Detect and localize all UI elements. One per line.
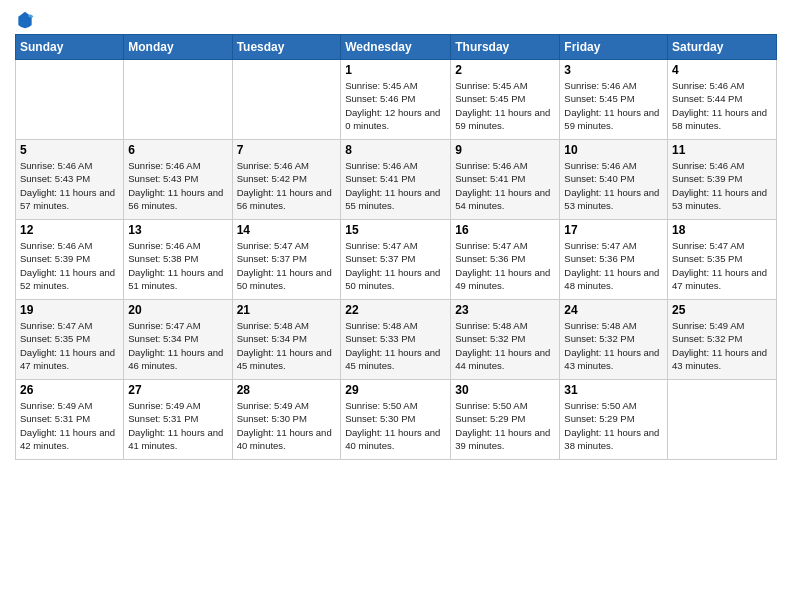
calendar-cell: 1Sunrise: 5:45 AM Sunset: 5:46 PM Daylig… [341,60,451,140]
calendar-cell [232,60,341,140]
day-number: 1 [345,63,446,77]
calendar-cell: 23Sunrise: 5:48 AM Sunset: 5:32 PM Dayli… [451,300,560,380]
day-number: 8 [345,143,446,157]
calendar-cell: 6Sunrise: 5:46 AM Sunset: 5:43 PM Daylig… [124,140,232,220]
calendar-cell: 27Sunrise: 5:49 AM Sunset: 5:31 PM Dayli… [124,380,232,460]
day-info: Sunrise: 5:47 AM Sunset: 5:36 PM Dayligh… [455,239,555,292]
day-number: 31 [564,383,663,397]
calendar-cell [124,60,232,140]
calendar-cell: 29Sunrise: 5:50 AM Sunset: 5:30 PM Dayli… [341,380,451,460]
calendar-cell: 18Sunrise: 5:47 AM Sunset: 5:35 PM Dayli… [668,220,777,300]
calendar-cell: 26Sunrise: 5:49 AM Sunset: 5:31 PM Dayli… [16,380,124,460]
day-info: Sunrise: 5:47 AM Sunset: 5:37 PM Dayligh… [345,239,446,292]
calendar-cell: 2Sunrise: 5:45 AM Sunset: 5:45 PM Daylig… [451,60,560,140]
calendar-cell: 22Sunrise: 5:48 AM Sunset: 5:33 PM Dayli… [341,300,451,380]
day-number: 16 [455,223,555,237]
day-number: 6 [128,143,227,157]
calendar-week-1: 1Sunrise: 5:45 AM Sunset: 5:46 PM Daylig… [16,60,777,140]
day-number: 21 [237,303,337,317]
calendar-cell: 5Sunrise: 5:46 AM Sunset: 5:43 PM Daylig… [16,140,124,220]
calendar-header: SundayMondayTuesdayWednesdayThursdayFrid… [16,35,777,60]
calendar-cell: 25Sunrise: 5:49 AM Sunset: 5:32 PM Dayli… [668,300,777,380]
calendar-cell: 13Sunrise: 5:46 AM Sunset: 5:38 PM Dayli… [124,220,232,300]
weekday-header-wednesday: Wednesday [341,35,451,60]
weekday-header-friday: Friday [560,35,668,60]
header [15,10,777,30]
day-info: Sunrise: 5:45 AM Sunset: 5:46 PM Dayligh… [345,79,446,132]
day-info: Sunrise: 5:50 AM Sunset: 5:30 PM Dayligh… [345,399,446,452]
calendar-cell: 3Sunrise: 5:46 AM Sunset: 5:45 PM Daylig… [560,60,668,140]
calendar-cell: 11Sunrise: 5:46 AM Sunset: 5:39 PM Dayli… [668,140,777,220]
calendar-cell [668,380,777,460]
calendar-body: 1Sunrise: 5:45 AM Sunset: 5:46 PM Daylig… [16,60,777,460]
day-info: Sunrise: 5:46 AM Sunset: 5:43 PM Dayligh… [128,159,227,212]
calendar-week-3: 12Sunrise: 5:46 AM Sunset: 5:39 PM Dayli… [16,220,777,300]
day-info: Sunrise: 5:49 AM Sunset: 5:30 PM Dayligh… [237,399,337,452]
calendar-cell: 7Sunrise: 5:46 AM Sunset: 5:42 PM Daylig… [232,140,341,220]
day-number: 2 [455,63,555,77]
day-info: Sunrise: 5:47 AM Sunset: 5:36 PM Dayligh… [564,239,663,292]
day-number: 22 [345,303,446,317]
day-number: 29 [345,383,446,397]
calendar-week-5: 26Sunrise: 5:49 AM Sunset: 5:31 PM Dayli… [16,380,777,460]
day-info: Sunrise: 5:50 AM Sunset: 5:29 PM Dayligh… [564,399,663,452]
calendar-cell: 17Sunrise: 5:47 AM Sunset: 5:36 PM Dayli… [560,220,668,300]
day-number: 20 [128,303,227,317]
day-number: 25 [672,303,772,317]
day-number: 9 [455,143,555,157]
day-number: 5 [20,143,119,157]
logo-icon [15,10,35,30]
day-info: Sunrise: 5:46 AM Sunset: 5:42 PM Dayligh… [237,159,337,212]
day-info: Sunrise: 5:45 AM Sunset: 5:45 PM Dayligh… [455,79,555,132]
day-number: 18 [672,223,772,237]
logo [15,10,37,30]
day-number: 19 [20,303,119,317]
calendar-cell: 8Sunrise: 5:46 AM Sunset: 5:41 PM Daylig… [341,140,451,220]
calendar-cell: 20Sunrise: 5:47 AM Sunset: 5:34 PM Dayli… [124,300,232,380]
day-info: Sunrise: 5:49 AM Sunset: 5:31 PM Dayligh… [20,399,119,452]
calendar-cell [16,60,124,140]
day-info: Sunrise: 5:46 AM Sunset: 5:41 PM Dayligh… [345,159,446,212]
day-info: Sunrise: 5:46 AM Sunset: 5:38 PM Dayligh… [128,239,227,292]
calendar-cell: 9Sunrise: 5:46 AM Sunset: 5:41 PM Daylig… [451,140,560,220]
calendar-cell: 16Sunrise: 5:47 AM Sunset: 5:36 PM Dayli… [451,220,560,300]
calendar-cell: 12Sunrise: 5:46 AM Sunset: 5:39 PM Dayli… [16,220,124,300]
day-number: 30 [455,383,555,397]
day-info: Sunrise: 5:48 AM Sunset: 5:32 PM Dayligh… [455,319,555,372]
calendar-cell: 15Sunrise: 5:47 AM Sunset: 5:37 PM Dayli… [341,220,451,300]
day-info: Sunrise: 5:48 AM Sunset: 5:33 PM Dayligh… [345,319,446,372]
calendar-week-2: 5Sunrise: 5:46 AM Sunset: 5:43 PM Daylig… [16,140,777,220]
day-number: 17 [564,223,663,237]
weekday-header-thursday: Thursday [451,35,560,60]
day-info: Sunrise: 5:47 AM Sunset: 5:35 PM Dayligh… [672,239,772,292]
day-info: Sunrise: 5:46 AM Sunset: 5:39 PM Dayligh… [20,239,119,292]
weekday-header-row: SundayMondayTuesdayWednesdayThursdayFrid… [16,35,777,60]
calendar-cell: 14Sunrise: 5:47 AM Sunset: 5:37 PM Dayli… [232,220,341,300]
day-info: Sunrise: 5:50 AM Sunset: 5:29 PM Dayligh… [455,399,555,452]
weekday-header-tuesday: Tuesday [232,35,341,60]
day-number: 14 [237,223,337,237]
day-number: 28 [237,383,337,397]
day-number: 10 [564,143,663,157]
calendar-cell: 28Sunrise: 5:49 AM Sunset: 5:30 PM Dayli… [232,380,341,460]
day-info: Sunrise: 5:46 AM Sunset: 5:39 PM Dayligh… [672,159,772,212]
weekday-header-sunday: Sunday [16,35,124,60]
calendar-cell: 24Sunrise: 5:48 AM Sunset: 5:32 PM Dayli… [560,300,668,380]
calendar-cell: 19Sunrise: 5:47 AM Sunset: 5:35 PM Dayli… [16,300,124,380]
calendar-cell: 10Sunrise: 5:46 AM Sunset: 5:40 PM Dayli… [560,140,668,220]
day-number: 13 [128,223,227,237]
day-number: 7 [237,143,337,157]
calendar-cell: 21Sunrise: 5:48 AM Sunset: 5:34 PM Dayli… [232,300,341,380]
calendar-cell: 30Sunrise: 5:50 AM Sunset: 5:29 PM Dayli… [451,380,560,460]
day-info: Sunrise: 5:47 AM Sunset: 5:35 PM Dayligh… [20,319,119,372]
day-number: 15 [345,223,446,237]
weekday-header-monday: Monday [124,35,232,60]
day-number: 27 [128,383,227,397]
page-container: SundayMondayTuesdayWednesdayThursdayFrid… [0,0,792,470]
day-info: Sunrise: 5:46 AM Sunset: 5:45 PM Dayligh… [564,79,663,132]
day-info: Sunrise: 5:48 AM Sunset: 5:34 PM Dayligh… [237,319,337,372]
day-info: Sunrise: 5:46 AM Sunset: 5:44 PM Dayligh… [672,79,772,132]
day-info: Sunrise: 5:46 AM Sunset: 5:41 PM Dayligh… [455,159,555,212]
day-info: Sunrise: 5:48 AM Sunset: 5:32 PM Dayligh… [564,319,663,372]
day-number: 23 [455,303,555,317]
